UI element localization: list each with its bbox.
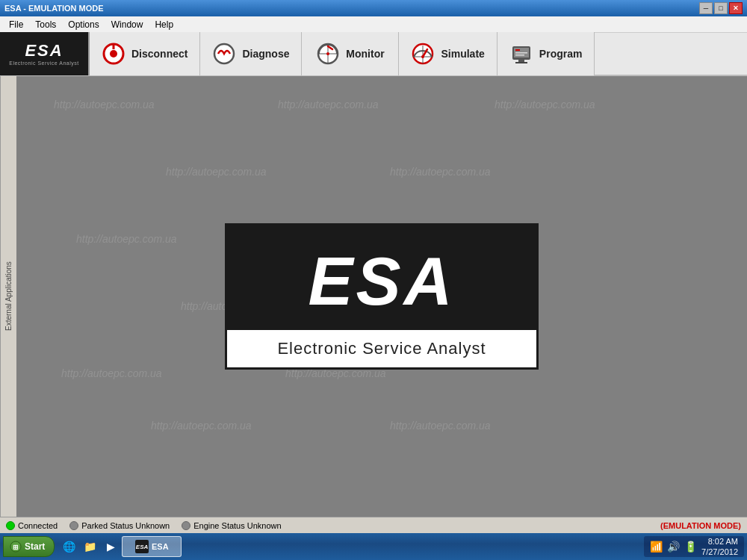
connected-dot — [6, 521, 15, 530]
taskbar-app-esa-label: ESA — [152, 542, 169, 551]
quick-launch-media[interactable]: ▶ — [101, 537, 120, 556]
monitor-label: Monitor — [346, 48, 384, 60]
svg-rect-19 — [515, 52, 527, 54]
svg-point-8 — [326, 52, 329, 55]
taskbar: ⊞ Start 🌐 📁 ▶ ESA ESA 📶 🔊 🔋 8:02 AM 7/27… — [0, 533, 747, 560]
watermark-1: http://autoepc.com.ua — [54, 99, 155, 111]
parked-dot — [69, 521, 78, 530]
center-logo-sub-bar: Electronic Service Analyst — [227, 330, 536, 367]
connected-status: Connected — [6, 521, 58, 530]
engine-status: Engine Status Unknown — [182, 521, 281, 530]
diagnose-icon — [212, 42, 236, 66]
center-logo: ESA Electronic Service Analyst — [225, 223, 539, 370]
toolbar-logo-text: ESA — [25, 43, 63, 59]
tray-clock[interactable]: 8:02 AM 7/27/2012 — [701, 536, 738, 558]
title-bar-title: ESA - EMULATION MODE — [4, 4, 104, 13]
content-area: http://autoepc.com.ua http://autoepc.com… — [16, 76, 747, 517]
disconnect-button[interactable]: Disconnect — [90, 32, 200, 75]
tray-volume-icon[interactable]: 🔊 — [667, 541, 680, 553]
menu-options[interactable]: Options — [62, 18, 105, 31]
svg-rect-20 — [515, 55, 524, 56]
svg-rect-17 — [515, 62, 527, 63]
svg-rect-18 — [515, 49, 520, 51]
quick-launch-folder[interactable]: 📁 — [80, 537, 99, 556]
watermark-2: http://autoepc.com.ua — [278, 99, 379, 111]
menu-bar: File Tools Options Window Help — [0, 16, 747, 33]
tray-battery-icon[interactable]: 🔋 — [684, 541, 697, 553]
status-bar: Connected Parked Status Unknown Engine S… — [0, 517, 747, 533]
toolbar: ESA Electronic Service Analyst Disconnec… — [0, 33, 747, 76]
parked-status: Parked Status Unknown — [69, 521, 170, 530]
menu-file[interactable]: File — [3, 18, 29, 31]
svg-rect-16 — [518, 60, 524, 62]
maximize-button[interactable]: □ — [714, 2, 728, 14]
parked-label: Parked Status Unknown — [81, 521, 170, 530]
svg-point-13 — [421, 55, 424, 58]
toolbar-logo-sub: Electronic Service Analyst — [9, 60, 79, 66]
tray-time-text: 8:02 AM — [701, 536, 738, 547]
watermark-13: http://autoepc.com.ua — [390, 420, 491, 432]
menu-window[interactable]: Window — [105, 18, 149, 31]
connected-label: Connected — [18, 521, 58, 530]
taskbar-app-esa[interactable]: ESA ESA — [122, 536, 182, 557]
diagnose-button[interactable]: Diagnose — [200, 32, 302, 75]
engine-dot — [182, 521, 190, 530]
disconnect-icon — [102, 42, 125, 66]
center-logo-main: ESA — [227, 225, 536, 330]
close-button[interactable]: ✕ — [729, 2, 743, 14]
disconnect-label: Disconnect — [131, 48, 187, 60]
center-logo-text: ESA — [308, 248, 455, 315]
quick-launch-ie[interactable]: 🌐 — [59, 537, 78, 556]
sidebar-label: External Applications — [4, 262, 13, 332]
diagnose-label: Diagnose — [242, 48, 289, 60]
simulate-button[interactable]: Simulate — [399, 32, 497, 75]
tray-date-text: 7/27/2012 — [701, 547, 738, 557]
minimize-button[interactable]: ─ — [699, 2, 713, 14]
menu-help[interactable]: Help — [149, 18, 179, 31]
title-bar: ESA - EMULATION MODE ─ □ ✕ — [0, 0, 747, 16]
program-button[interactable]: Program — [498, 32, 595, 75]
monitor-button[interactable]: Monitor — [302, 32, 399, 75]
watermark-10: http://autoepc.com.ua — [61, 367, 162, 379]
simulate-icon — [411, 42, 435, 66]
simulate-label: Simulate — [441, 48, 484, 60]
watermark-5: http://autoepc.com.ua — [390, 166, 491, 178]
program-label: Program — [539, 48, 583, 60]
program-icon — [509, 42, 533, 66]
toolbar-logo: ESA Electronic Service Analyst — [0, 32, 90, 75]
menu-tools[interactable]: Tools — [29, 18, 62, 31]
start-button[interactable]: ⊞ Start — [3, 536, 55, 557]
system-tray: 📶 🔊 🔋 8:02 AM 7/27/2012 — [644, 536, 744, 557]
emulation-mode-label: (EMULATION MODE) — [660, 521, 741, 530]
svg-point-1 — [110, 50, 117, 57]
left-sidebar[interactable]: External Applications — [0, 76, 16, 517]
watermark-12: http://autoepc.com.ua — [151, 420, 252, 432]
main-area: External Applications http://autoepc.com… — [0, 76, 747, 517]
tray-network-icon[interactable]: 📶 — [650, 541, 663, 553]
center-logo-sub-text: Electronic Service Analyst — [277, 339, 486, 358]
svg-text:⊞: ⊞ — [13, 544, 19, 551]
watermark-6: http://autoepc.com.ua — [76, 233, 177, 245]
title-bar-controls: ─ □ ✕ — [699, 2, 743, 14]
watermark-3: http://autoepc.com.ua — [495, 99, 595, 111]
start-label: Start — [25, 541, 45, 552]
taskbar-app-esa-icon: ESA — [135, 540, 149, 553]
monitor-icon — [316, 42, 340, 66]
watermark-4: http://autoepc.com.ua — [166, 166, 267, 178]
engine-label: Engine Status Unknown — [193, 521, 281, 530]
